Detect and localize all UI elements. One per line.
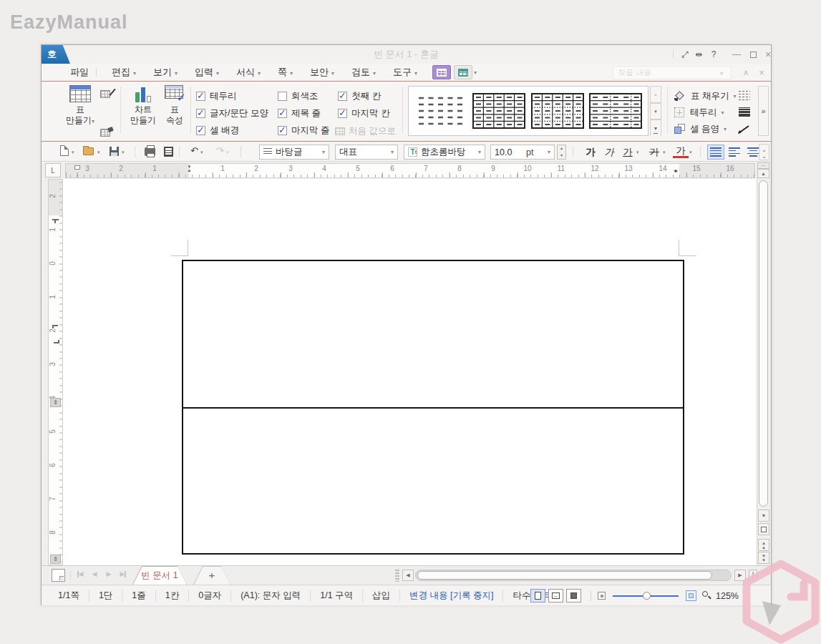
- maximize-button[interactable]: [747, 49, 759, 60]
- table-fill-button[interactable]: 표 채우기 ▾: [674, 89, 737, 103]
- zoom-out-icon[interactable]: [598, 592, 606, 600]
- ruler-bottom-button[interactable]: ⇕: [50, 555, 61, 564]
- menu-item[interactable]: 편집▾: [103, 64, 145, 81]
- table-design-tab-icon[interactable]: [432, 65, 451, 79]
- previous-tab-button[interactable]: ◀: [89, 570, 100, 577]
- table-layout-tab-icon[interactable]: [454, 65, 472, 79]
- draw-table-button[interactable]: [100, 88, 113, 99]
- representative-style-combo[interactable]: 대표 ▾: [335, 145, 398, 160]
- table-properties-button[interactable]: ✓ 표 속성: [156, 85, 193, 137]
- menu-item[interactable]: 쪽▾: [269, 64, 301, 81]
- zoom-in-icon[interactable]: [686, 590, 696, 601]
- magnifier-icon[interactable]: [702, 591, 712, 601]
- indent-marker[interactable]: ▾▴: [186, 165, 193, 172]
- fullscreen-icon[interactable]: ⤢: [679, 49, 691, 60]
- ribbon-expand-button[interactable]: »: [758, 86, 769, 136]
- open-document-button[interactable]: [82, 145, 95, 158]
- scrollbar-thumb[interactable]: [417, 571, 712, 580]
- top-margin-marker[interactable]: [52, 219, 59, 221]
- new-tab-button[interactable]: +: [193, 566, 230, 585]
- split-view-icon[interactable]: ⇹: [692, 49, 705, 60]
- table-cell-a2[interactable]: [183, 410, 683, 553]
- change-tracking-status[interactable]: 변경 내용 [기록 중지]: [400, 590, 503, 602]
- search-dropdown-icon[interactable]: ▾: [720, 70, 723, 77]
- cell-shading-button[interactable]: 셀 음영 ▾: [674, 122, 727, 136]
- table-cell-a1[interactable]: [183, 261, 683, 409]
- chevron-down-icon[interactable]: ▾: [97, 150, 100, 155]
- fit-page-view-button[interactable]: [566, 589, 581, 602]
- font-size-combo[interactable]: 10.0 pt ▾: [490, 145, 555, 160]
- menu-item[interactable]: 도구▾: [384, 64, 426, 81]
- checkbox[interactable]: ✓회색조: [278, 89, 329, 102]
- scroll-right-button[interactable]: ▶: [734, 570, 746, 581]
- splitter-handle[interactable]: [395, 569, 399, 582]
- chevron-down-icon[interactable]: ▾: [663, 150, 666, 155]
- italic-button[interactable]: 가: [601, 145, 617, 160]
- next-tab-button[interactable]: ▶: [103, 570, 115, 577]
- gallery-scroll-down-button[interactable]: ▾: [650, 103, 661, 120]
- help-icon[interactable]: ?: [707, 49, 720, 60]
- chevron-down-icon[interactable]: ▾: [72, 150, 74, 155]
- document-page[interactable]: [63, 179, 757, 565]
- table-style-grid[interactable]: [472, 93, 525, 129]
- gallery-expand-button[interactable]: ▼: [650, 119, 661, 136]
- checkbox[interactable]: ✓글자/문단 모양: [196, 107, 268, 119]
- right-margin-marker[interactable]: ◂▸: [674, 167, 676, 174]
- menu-item[interactable]: 검토▾: [343, 64, 384, 81]
- erase-table-button[interactable]: [100, 127, 113, 138]
- line-thickness-button[interactable]: [739, 107, 750, 117]
- step-down-icon[interactable]: ▾: [558, 152, 565, 160]
- scroll-left-button[interactable]: ◀: [402, 570, 414, 581]
- first-tab-button[interactable]: ◀: [74, 570, 86, 577]
- last-tab-button[interactable]: ▶: [117, 570, 129, 577]
- make-table-button[interactable]: 표 만들기▾: [62, 85, 99, 137]
- split-view-button[interactable]: |: [749, 570, 757, 581]
- align-left-button[interactable]: [726, 145, 743, 160]
- bold-button[interactable]: 가: [583, 145, 598, 160]
- left-margin-marker[interactable]: [74, 165, 80, 170]
- split-handle[interactable]: ─: [757, 162, 769, 169]
- page-outline-view-button[interactable]: [530, 589, 545, 602]
- font-color-button[interactable]: 가: [673, 145, 689, 158]
- border-button[interactable]: 테두리 ▾: [674, 105, 724, 119]
- font-combo[interactable]: Tt 함초롬바탕 ▾: [404, 145, 485, 160]
- fit-width-view-button[interactable]: ↔: [548, 589, 563, 602]
- vertical-scrollbar[interactable]: ▼ ▴▴ ▾▾: [757, 179, 769, 565]
- paragraph-style-combo[interactable]: 바탕글 ▾: [259, 145, 329, 160]
- scroll-down-button[interactable]: ▼: [758, 509, 769, 522]
- align-justify-button[interactable]: [707, 145, 724, 160]
- print-button[interactable]: [143, 145, 157, 158]
- underline-button[interactable]: 가: [620, 145, 636, 160]
- menu-file[interactable]: 파일: [60, 64, 99, 81]
- menu-item[interactable]: 보안▾: [301, 64, 343, 81]
- close-button[interactable]: ×: [762, 49, 774, 60]
- chevron-down-icon[interactable]: ▾: [122, 150, 125, 155]
- checkbox[interactable]: ✓테두리: [196, 89, 268, 102]
- checkbox[interactable]: ✓제목 줄: [278, 107, 329, 119]
- thumbnail-toggle-button[interactable]: [52, 569, 65, 582]
- preview-button[interactable]: [162, 145, 175, 158]
- close-document-icon[interactable]: ×: [756, 67, 767, 78]
- checkbox[interactable]: ✓마지막 줄: [278, 124, 329, 137]
- font-size-stepper[interactable]: ▴ ▾: [557, 145, 566, 160]
- tab-type-selector[interactable]: L: [45, 163, 61, 177]
- toolbar-expand-button[interactable]: ⌄⌄: [759, 144, 769, 160]
- chevron-down-icon[interactable]: ▾: [636, 150, 639, 155]
- save-button[interactable]: [107, 145, 121, 158]
- redo-button[interactable]: ↷: [213, 145, 227, 158]
- strikethrough-button[interactable]: 가: [646, 145, 662, 160]
- zoom-slider[interactable]: [613, 595, 679, 597]
- document-tab-active[interactable]: 빈 문서 1: [132, 566, 187, 585]
- previous-page-button[interactable]: ▴▴: [758, 539, 769, 551]
- minimize-button[interactable]: —: [730, 49, 743, 60]
- table-style-none[interactable]: [414, 93, 467, 129]
- checkbox[interactable]: ✓마지막 칸: [338, 107, 389, 119]
- table-style-dotted-rows[interactable]: [531, 93, 584, 129]
- chevron-down-icon[interactable]: ▾: [474, 69, 477, 76]
- page-view-button[interactable]: [758, 523, 769, 535]
- checkbox[interactable]: ✓첫째 칸: [338, 89, 389, 102]
- zoom-slider-thumb[interactable]: [643, 592, 651, 600]
- scrollbar-thumb[interactable]: [759, 180, 768, 507]
- scroll-position-marker[interactable]: ⇕: [50, 398, 61, 407]
- menu-item[interactable]: 보기▾: [145, 64, 186, 81]
